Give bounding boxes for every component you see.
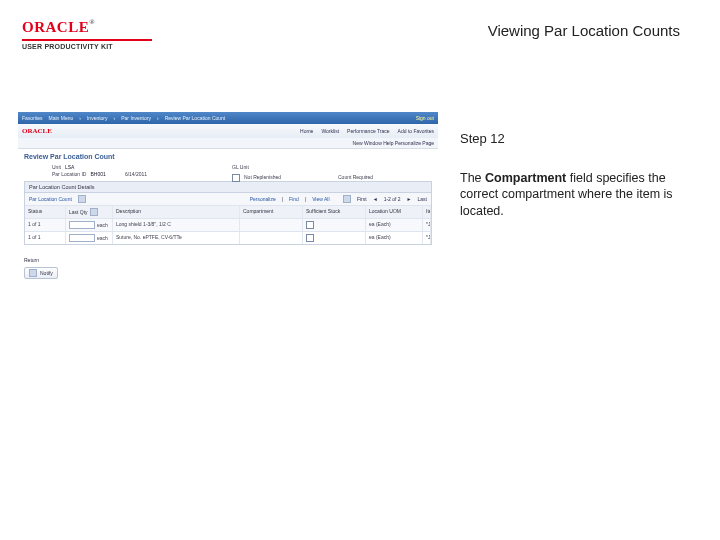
col-sufficient-stock[interactable]: Sufficient Stock	[303, 206, 366, 218]
row-status: 1 of 1	[25, 219, 66, 231]
cell-compartment	[240, 232, 303, 244]
sort-icon[interactable]	[90, 208, 98, 216]
cell-item-id: *JT07108010	[423, 219, 431, 231]
page-title: Viewing Par Location Counts	[488, 22, 680, 39]
breadcrumb[interactable]: Review Par Location Count	[165, 115, 226, 121]
app-oracle-logo: ORACLE	[22, 127, 52, 135]
notify-button[interactable]: Notify	[24, 267, 58, 279]
brand-divider	[22, 39, 152, 41]
brand-subtitle: USER PRODUCTIVITY KIT	[22, 43, 152, 50]
count-grid: Status Last Qty Description Compartment …	[24, 205, 432, 245]
page-heading: Review Par Location Count	[24, 153, 432, 160]
breadcrumb[interactable]: Main Menu	[49, 115, 74, 121]
find-link[interactable]: Find	[289, 196, 299, 202]
tab-home[interactable]: Home	[300, 128, 313, 134]
instruction-text: The Compartment field specifies the corr…	[460, 170, 690, 221]
cell-uom: ea (Each)	[366, 219, 423, 231]
breadcrumb[interactable]: Favorites	[22, 115, 43, 121]
pager-range: 1-2 of 2	[384, 196, 401, 202]
col-location-uom[interactable]: Location UOM	[366, 206, 423, 218]
pager-first[interactable]: First	[357, 196, 367, 202]
breadcrumb[interactable]: Par Inventory	[121, 115, 151, 121]
cell-description: Suture, No. ePTFE, CV-6/TTe	[113, 232, 240, 244]
cell-compartment	[240, 219, 303, 231]
grid-download-icon[interactable]	[343, 195, 351, 203]
tab-add-favorites[interactable]: Add to Favorites	[398, 128, 434, 134]
row-status: 1 of 1	[25, 232, 66, 244]
col-item-id[interactable]: Item ID	[423, 206, 431, 218]
return-link[interactable]: Return	[24, 257, 438, 263]
qty-input[interactable]	[69, 221, 95, 229]
grid-title: Par Location Count Details	[24, 181, 432, 193]
expand-icon[interactable]	[78, 195, 86, 203]
col-last-qty[interactable]: Last Qty	[66, 206, 113, 218]
embedded-screenshot: Favorites Main Menu› Inventory› Par Inve…	[18, 112, 438, 302]
step-label: Step 12	[460, 130, 690, 148]
tab-worklist[interactable]: Worklist	[321, 128, 339, 134]
cell-uom: ea (Each)	[366, 232, 423, 244]
view-all-link[interactable]: View All	[312, 196, 329, 202]
pager-last[interactable]: Last	[418, 196, 427, 202]
notify-icon	[29, 269, 37, 277]
oracle-logo: ORACLE®	[22, 19, 95, 35]
not-replenished-checkbox[interactable]	[232, 174, 240, 182]
col-description[interactable]: Description	[113, 206, 240, 218]
app-util-bar[interactable]: New Window Help Personalize Page	[18, 138, 438, 149]
app-breadcrumb-bar: Favorites Main Menu› Inventory› Par Inve…	[18, 112, 438, 124]
tab-performance-trace[interactable]: Performance Trace	[347, 128, 390, 134]
sign-out-link[interactable]: Sign out	[416, 115, 434, 121]
qty-input[interactable]	[69, 234, 95, 242]
tab-par-location-count[interactable]: Par Location Count	[29, 196, 72, 202]
cell-description: Long shield 1-3/8", 1/2 C	[113, 219, 240, 231]
personalize-link[interactable]: Personalize	[250, 196, 276, 202]
cell-item-id: *JT07108030	[423, 232, 431, 244]
breadcrumb[interactable]: Inventory	[87, 115, 108, 121]
sufficient-stock-checkbox[interactable]	[306, 221, 314, 229]
col-status[interactable]: Status	[25, 206, 66, 218]
sufficient-stock-checkbox[interactable]	[306, 234, 314, 242]
col-compartment[interactable]: Compartment	[240, 206, 303, 218]
